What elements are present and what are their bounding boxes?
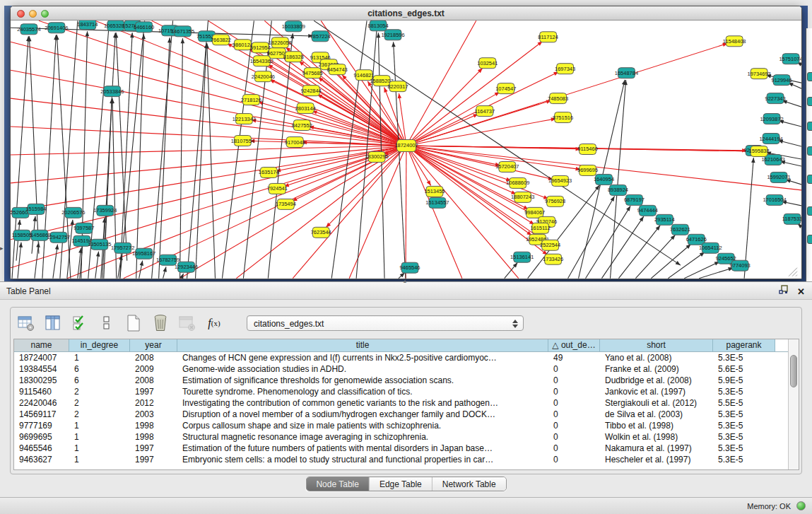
graph-node[interactable]: 16033809 [282,21,305,32]
graph-node[interactable]: 19218596 [381,30,404,40]
graph-node[interactable] [807,122,812,131]
network-view-window[interactable]: citations_edges.txt 24035574206914061843… [10,6,802,279]
graph-node[interactable]: 9475685 [302,68,323,78]
table-row[interactable]: 946362711997Embryonic stem cells: a mode… [14,454,799,465]
graph-node[interactable]: 19734693 [747,69,770,79]
graph-node[interactable]: 20533846 [100,86,124,97]
column-header[interactable]: title [177,339,548,351]
table-header-row[interactable]: namein_degreeyeartitle△ out_de…shortpage… [14,339,799,352]
graph-node[interactable]: 20691406 [45,23,68,33]
table-row[interactable]: 977716911998Corpus callosum shape and si… [14,420,799,431]
graph-node[interactable]: 22420046 [252,71,275,82]
table-row[interactable]: 969969511998Structural magnetic resonanc… [14,431,799,443]
graph-node[interactable]: 8454743 [327,64,348,75]
graph-node[interactable]: 14671355 [171,26,194,37]
table-row[interactable]: 1872400712008Changes of HCN gene express… [14,352,799,363]
graph-node[interactable]: 15136141 [510,252,534,262]
graph-node[interactable]: 9129946 [772,75,792,86]
table-row[interactable]: 1830029562008Estimation of significance … [14,375,799,386]
graph-node[interactable]: 7632621 [670,224,690,235]
table-row[interactable]: 1456911722003Disruption of a novel membe… [14,409,799,420]
resize-grip-icon[interactable] [789,268,797,276]
column-header[interactable]: △ out_de… [548,339,600,351]
graph-node[interactable]: 18107554 [231,136,254,146]
graph-node[interactable]: 7857224 [310,31,331,42]
graph-node[interactable]: 17016504 [763,194,786,205]
graph-node[interactable]: 8220317 [387,81,408,92]
graph-node[interactable]: 6879197 [624,194,645,205]
graph-node[interactable]: 1515984 [25,204,46,214]
graph-node[interactable]: 15720407 [495,161,519,172]
graph-node[interactable]: 9774093 [730,260,751,271]
graph-node[interactable]: 12923446 [175,262,198,272]
graph-node[interactable]: 1615112 [530,223,551,233]
table-body[interactable]: 1872400712008Changes of HCN gene express… [14,352,799,465]
graph-node[interactable]: 16543362 [250,56,273,66]
close-panel-icon[interactable]: ✕ [797,286,805,297]
graph-node[interactable]: 19654923 [548,175,572,186]
graph-node[interactable]: 1697343 [555,64,575,74]
graph-node[interactable]: 18300295 [365,151,388,162]
table-row[interactable]: 2242004622012Investigating the contribut… [14,397,799,409]
network-canvas[interactable]: 2403557420691406184371410653287152760264… [11,21,801,279]
graph-node[interactable]: 10654112 [699,243,722,253]
graph-node[interactable]: 9474444 [637,205,658,216]
graph-node[interactable]: 7623544 [311,227,331,238]
graph-node[interactable]: 8938924 [608,185,628,195]
graph-node[interactable]: 17957272 [111,243,134,253]
delete-table-icon[interactable] [151,313,170,333]
vertical-scrollbar[interactable] [788,339,799,469]
graph-node[interactable]: 18226058 [269,37,292,48]
table-row[interactable]: 1938455462009Genome-wide association stu… [14,363,799,375]
graph-node[interactable]: 8751516 [553,112,573,123]
memory-ok-indicator-icon[interactable] [796,501,806,510]
graph-node[interactable]: 1158505 [12,230,33,240]
graph-node[interactable]: 1640954 [594,174,614,185]
column-header[interactable]: pagerank [713,339,775,351]
graph-node[interactable]: 8813054 [368,21,389,31]
table-row[interactable]: 911546021997Tourette syndrome. Phenomeno… [14,386,799,397]
graph-node[interactable]: 1635174 [259,167,279,177]
graph-node[interactable]: 2803144 [295,103,316,114]
graph-node[interactable]: 13505135 [88,239,111,250]
graph-node[interactable]: 9242844 [301,86,322,96]
graph-node[interactable] [807,72,812,81]
graph-node[interactable]: 1074547 [495,83,516,94]
table-row[interactable]: 946554611997Estimation of the future num… [14,443,799,454]
graph-node[interactable]: 12444194 [759,134,782,144]
tab-node-table[interactable]: Node Table [306,477,370,491]
graph-node[interactable]: 9756928 [545,196,565,206]
network-window-titlebar[interactable]: citations_edges.txt [11,6,801,21]
graph-node[interactable]: 1843714 [77,21,98,30]
graph-node[interactable]: 9170048 [285,137,305,148]
graph-node[interactable]: 17359924 [93,205,117,216]
tab-edge-table[interactable]: Edge Table [370,477,433,491]
graph-node[interactable]: 1733426 [543,254,563,264]
graph-node[interactable]: 1187533 [782,214,801,224]
graph-node[interactable]: 6466160 [134,22,154,33]
graph-node[interactable]: 8186328 [283,52,304,62]
graph-node[interactable]: 20206576 [61,207,85,218]
select-columns-icon[interactable] [70,313,90,333]
graph-node[interactable] [807,175,812,184]
graph-node[interactable]: 16958167 [132,248,155,259]
graph-node[interactable]: 9227343 [765,93,786,104]
scrollbar-thumb[interactable] [790,355,797,387]
graph-node[interactable]: 12093872 [760,114,783,124]
graph-node[interactable]: 16548784 [615,68,638,78]
function-builder-icon[interactable]: f(x) [204,313,224,333]
graph-node[interactable]: 2522544 [540,240,560,250]
graph-node[interactable]: 1164737 [475,106,495,117]
graph-node[interactable] [807,206,812,216]
column-header[interactable]: short [600,339,713,351]
show-columns-icon[interactable] [43,313,63,333]
graph-node[interactable] [807,235,812,244]
graph-node[interactable]: 8427552 [292,120,312,131]
column-header[interactable]: in_degree [69,339,130,351]
graph-node[interactable]: 18807243 [511,192,534,202]
graph-node[interactable]: 12213343 [233,114,256,124]
column-header[interactable]: year [130,339,177,351]
graph-node[interactable]: 7663822 [211,35,231,45]
table-select-dropdown[interactable]: citations_edges.txt [247,315,524,331]
graph-node[interactable]: 1032541 [477,58,498,69]
